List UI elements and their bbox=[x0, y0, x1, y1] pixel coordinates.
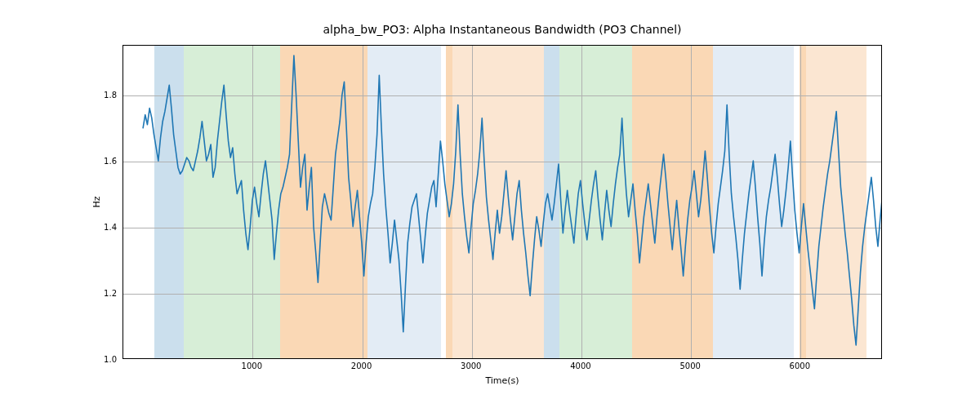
y-tick: 1.6 bbox=[104, 156, 117, 165]
figure: alpha_bw_PO3: Alpha Instantaneous Bandwi… bbox=[0, 0, 980, 408]
x-tick: 4000 bbox=[570, 361, 590, 370]
line-series bbox=[123, 46, 881, 358]
series-alpha-bw-po3 bbox=[143, 55, 882, 345]
x-tick: 1000 bbox=[242, 361, 262, 370]
y-axis-label: Hz bbox=[88, 45, 105, 359]
chart-title: alpha_bw_PO3: Alpha Instantaneous Bandwi… bbox=[122, 23, 882, 36]
x-tick: 2000 bbox=[351, 361, 372, 370]
y-tick: 1.4 bbox=[104, 222, 117, 231]
x-tick: 3000 bbox=[461, 361, 481, 370]
x-tick: 5000 bbox=[679, 361, 700, 370]
axes-area bbox=[122, 45, 882, 359]
y-tick: 1.0 bbox=[104, 355, 117, 364]
x-tick: 6000 bbox=[790, 361, 810, 370]
y-tick: 1.8 bbox=[104, 90, 117, 99]
y-tick: 1.2 bbox=[104, 288, 117, 297]
x-axis-label: Time(s) bbox=[122, 375, 882, 386]
